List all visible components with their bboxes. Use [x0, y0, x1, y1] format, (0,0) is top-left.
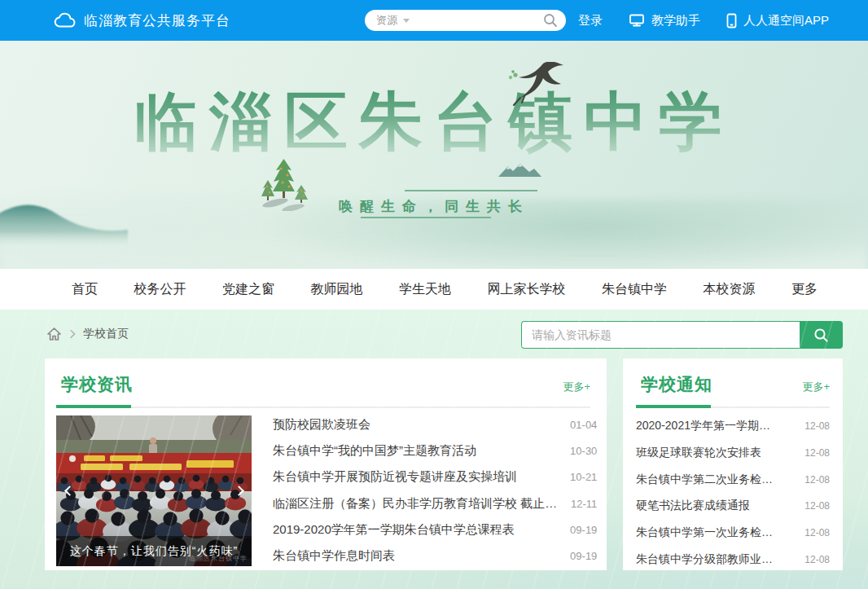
platform-title: 临淄教育公共服务平台: [84, 11, 230, 30]
login-label: 登录: [578, 13, 603, 29]
chevron-down-icon: [403, 19, 410, 23]
divider: [56, 405, 590, 408]
divider: [636, 405, 830, 408]
login-link[interactable]: 登录: [578, 13, 603, 29]
notice-date: 12-08: [804, 527, 830, 538]
notice-link[interactable]: 班级足球联赛轮次安排表: [636, 446, 761, 460]
notice-date: 12-08: [804, 554, 830, 565]
news-date: 10-30: [570, 445, 597, 457]
school-news-body: 这个春节，让我们告别“火药味” 临淄区朱台镇中学 预防校园欺凌班会 01-04 …: [56, 415, 590, 566]
chevron-right-icon: [234, 486, 244, 496]
carousel-caption: 这个春节，让我们告别“火药味” 临淄区朱台镇中学: [56, 536, 252, 566]
search-category-label: 资源: [376, 13, 397, 28]
nav-item-parent-school[interactable]: 网上家长学校: [488, 281, 566, 298]
chevron-left-icon: [64, 486, 75, 496]
top-links: 登录 教学助手 人人通空间APP: [578, 13, 829, 29]
news-link[interactable]: 朱台镇中学“我的中国梦”主题教育活动: [273, 443, 476, 459]
notice-link[interactable]: 朱台镇中学第二次业务检查的: [636, 473, 781, 487]
page-content: 学校首页 学校资讯 更多+: [0, 310, 868, 589]
nav-item-school-resources[interactable]: 本校资源: [704, 281, 756, 298]
school-notices-title: 学校通知: [641, 373, 712, 396]
carousel-next-button[interactable]: [235, 482, 246, 500]
monitor-icon: [629, 13, 645, 28]
news-date: 01-04: [570, 419, 597, 431]
teaching-assistant-link[interactable]: 教学助手: [629, 13, 700, 29]
home-icon[interactable]: [46, 327, 62, 341]
notice-date: 12-08: [804, 500, 830, 512]
breadcrumb-chevron-icon: [69, 329, 76, 339]
top-bar: 临淄教育公共服务平台 资源 登录 教学助手: [0, 0, 868, 41]
notice-link[interactable]: 2020-2021学年第一学期足球: [636, 419, 781, 433]
notice-list: 2020-2021学年第一学期足球 12-08 班级足球联赛轮次安排表 12-0…: [636, 419, 830, 574]
global-search-bar[interactable]: 资源: [365, 10, 566, 31]
content-cards: 学校资讯 更多+: [45, 358, 843, 570]
news-row: 朱台镇中学“我的中国梦”主题教育活动 10-30: [273, 443, 597, 459]
school-news-header: 学校资讯 更多+: [56, 370, 590, 396]
carousel-prev-button[interactable]: [62, 482, 73, 500]
slogan-text: 唤醒生命，同生共长: [0, 197, 868, 216]
platform-logo[interactable]: 临淄教育公共服务平台: [54, 11, 230, 30]
news-row: 2019-2020学年第一学期朱台镇中学总课程表 09-19: [273, 522, 597, 538]
swallow-bird-illustration: [501, 62, 566, 106]
school-banner: 临淄区朱台镇中学 唤醒生命，同生共长: [0, 41, 868, 269]
search-icon: [813, 327, 829, 343]
teaching-assistant-label: 教学助手: [651, 13, 700, 29]
nav-item-home[interactable]: 首页: [72, 281, 98, 298]
notice-link[interactable]: 朱台镇中学分级部教师业务展: [636, 552, 781, 567]
mountains-illustration: [498, 163, 546, 178]
cloud-icon: [54, 12, 76, 29]
news-row: 临淄区注册（备案）民办非学历教育培训学校 截止2019 12-11: [273, 496, 597, 512]
nav-item-school-affairs[interactable]: 校务公开: [134, 281, 186, 298]
news-row: 朱台镇中学开展预防近视专题讲座及实操培训 10-21: [273, 469, 597, 485]
notice-date: 12-08: [804, 474, 830, 486]
nav-item-party-building[interactable]: 党建之窗: [222, 281, 274, 298]
notice-link[interactable]: 朱台镇中学第一次业务检查的: [636, 525, 781, 540]
renrentong-app-link[interactable]: 人人通空间APP: [726, 13, 829, 29]
school-notices-header: 学校通知 更多+: [636, 370, 830, 396]
nav-item-student-world[interactable]: 学生天地: [399, 281, 451, 298]
search-category-select[interactable]: 资源: [376, 13, 410, 28]
nav-item-teacher-garden[interactable]: 教师园地: [311, 281, 363, 298]
news-link[interactable]: 朱台镇中学开展预防近视专题讲座及实操培训: [273, 469, 517, 485]
school-notices-more-link[interactable]: 更多+: [802, 380, 830, 394]
carousel-watermark: 临淄区朱台镇中学: [189, 554, 248, 563]
school-name-title: 临淄区朱台镇中学: [0, 80, 868, 165]
notice-row: 班级足球联赛轮次安排表 12-08: [636, 446, 830, 460]
news-link[interactable]: 朱台镇中学作息时间表: [273, 548, 395, 564]
news-date: 09-19: [570, 550, 597, 562]
news-link[interactable]: 预防校园欺凌班会: [273, 417, 370, 433]
news-carousel[interactable]: 这个春节，让我们告别“火药味” 临淄区朱台镇中学: [56, 415, 252, 566]
news-search: [521, 321, 843, 349]
news-date: 10-21: [570, 471, 597, 483]
breadcrumb-current[interactable]: 学校首页: [83, 327, 129, 341]
news-link[interactable]: 临淄区注册（备案）民办非学历教育培训学校 截止2019: [273, 496, 561, 512]
phone-icon: [726, 13, 737, 29]
school-news-more-link[interactable]: 更多+: [563, 380, 590, 394]
slogan-line-bottom: [361, 217, 491, 218]
school-news-title: 学校资讯: [61, 373, 133, 396]
notice-row: 2020-2021学年第一学期足球 12-08: [636, 419, 830, 433]
news-link[interactable]: 2019-2020学年第一学期朱台镇中学总课程表: [273, 522, 515, 538]
slogan-line-top: [405, 190, 537, 191]
news-search-button[interactable]: [800, 321, 843, 349]
notice-row: 朱台镇中学分级部教师业务展 12-08: [636, 552, 830, 567]
notice-link[interactable]: 硬笔书法比赛成绩通报: [636, 499, 750, 513]
news-list: 预防校园欺凌班会 01-04 朱台镇中学“我的中国梦”主题教育活动 10-30 …: [273, 415, 597, 566]
search-icon[interactable]: [543, 13, 558, 28]
breadcrumb: 学校首页: [46, 320, 129, 348]
notice-row: 硬笔书法比赛成绩通报 12-08: [636, 499, 830, 513]
school-news-panel: 学校资讯 更多+: [45, 358, 607, 570]
nav-item-zhutai-school[interactable]: 朱台镇中学: [602, 281, 667, 298]
news-search-input[interactable]: [521, 321, 800, 349]
school-notices-panel: 学校通知 更多+ 2020-2021学年第一学期足球 12-08 班级足球联赛轮…: [623, 358, 843, 570]
main-nav: 首页 校务公开 党建之窗 教师园地 学生天地 网上家长学校 朱台镇中学 本校资源…: [0, 269, 868, 310]
news-row: 朱台镇中学作息时间表 09-19: [273, 548, 597, 564]
notice-row: 朱台镇中学第一次业务检查的 12-08: [636, 525, 830, 540]
nav-item-more[interactable]: 更多: [791, 281, 818, 298]
notice-date: 12-08: [804, 447, 830, 459]
notice-date: 12-08: [804, 420, 830, 432]
notice-row: 朱台镇中学第二次业务检查的 12-08: [636, 473, 830, 487]
news-date: 09-19: [570, 524, 597, 536]
renrentong-app-label: 人人通空间APP: [743, 13, 829, 29]
news-row: 预防校园欺凌班会 01-04: [273, 417, 597, 433]
